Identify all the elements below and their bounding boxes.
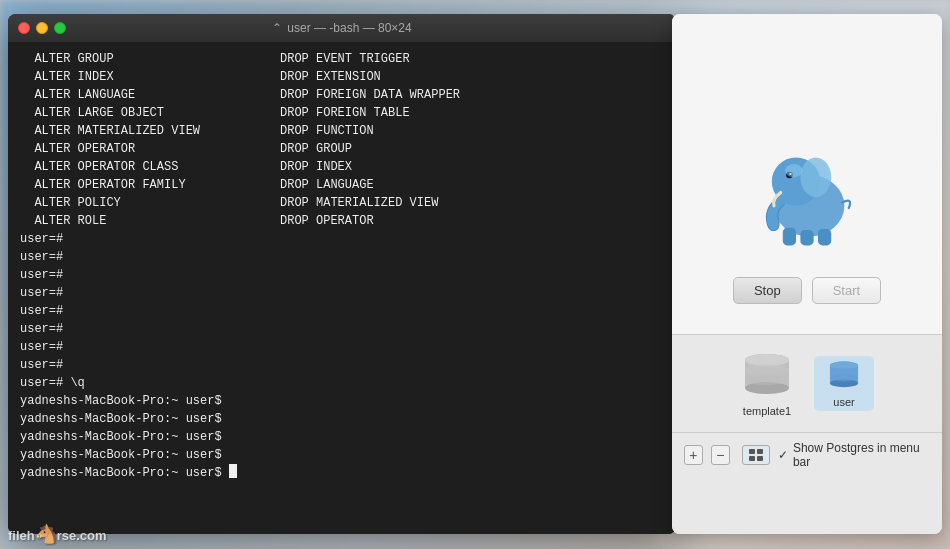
svg-rect-22 <box>757 449 763 454</box>
db-icons-row: template1 user <box>672 335 942 432</box>
postgres-panel: Stop Start template1 <box>672 14 942 534</box>
terminal-bash-line: yadneshs-MacBook-Pro:~ user$ <box>20 410 664 428</box>
terminal-active-line[interactable]: yadneshs-MacBook-Pro:~ user$ <box>20 464 664 482</box>
terminal-titlebar: ⌃ user — -bash — 80×24 <box>8 14 676 42</box>
show-postgres-label: Show Postgres in menu bar <box>793 441 930 469</box>
terminal-line: ALTER ROLE DROP OPERATOR <box>20 212 664 230</box>
panel-toolbar: + − ✓ Show Postgres in menu bar <box>672 432 942 477</box>
svg-point-14 <box>745 373 789 385</box>
remove-db-button[interactable]: − <box>711 445 730 465</box>
terminal-cursor <box>229 464 237 478</box>
svg-rect-6 <box>800 230 813 245</box>
terminal-prompt-line: user=# <box>20 266 664 284</box>
maximize-button[interactable] <box>54 22 66 34</box>
terminal-line: ALTER OPERATOR DROP GROUP <box>20 140 664 158</box>
close-button[interactable] <box>18 22 30 34</box>
terminal-prompt-line: user=# <box>20 356 664 374</box>
terminal-line: ALTER LANGUAGE DROP FOREIGN DATA WRAPPER <box>20 86 664 104</box>
traffic-lights <box>18 22 66 34</box>
terminal-line: ALTER INDEX DROP EXTENSION <box>20 68 664 86</box>
panel-top: Stop Start <box>672 14 942 334</box>
terminal-line: ALTER MATERIALIZED VIEW DROP FUNCTION <box>20 122 664 140</box>
terminal-prompt-line: user=# <box>20 248 664 266</box>
panel-buttons: Stop Start <box>733 277 881 304</box>
svg-point-8 <box>785 164 803 177</box>
terminal-line: ALTER GROUP DROP EVENT TRIGGER <box>20 50 664 68</box>
terminal-prompt-line: user=# <box>20 320 664 338</box>
terminal-prompt-line: user=# <box>20 284 664 302</box>
terminal-content[interactable]: ALTER GROUP DROP EVENT TRIGGER ALTER IND… <box>8 42 676 534</box>
template1-label: template1 <box>743 405 791 417</box>
db-user-item[interactable]: user <box>814 356 874 411</box>
db-template1-item[interactable]: template1 <box>740 350 794 417</box>
view-toggle-button[interactable] <box>742 445 770 465</box>
panel-bottom: template1 user + − <box>672 334 942 534</box>
svg-rect-7 <box>818 229 831 246</box>
svg-rect-23 <box>749 456 755 461</box>
terminal-line: ALTER OPERATOR CLASS DROP INDEX <box>20 158 664 176</box>
terminal-window: ⌃ user — -bash — 80×24 ALTER GROUP DROP … <box>8 14 676 534</box>
start-button[interactable]: Start <box>812 277 881 304</box>
terminal-prompt-line: user=# <box>20 230 664 248</box>
terminal-bash-line: yadneshs-MacBook-Pro:~ user$ <box>20 446 664 464</box>
terminal-bash-line: yadneshs-MacBook-Pro:~ user$ <box>20 392 664 410</box>
elephant-icon <box>752 142 862 252</box>
terminal-prompt-line: user=# <box>20 338 664 356</box>
elephant-container <box>747 137 867 257</box>
user-db-label: user <box>833 396 854 408</box>
terminal-line: ALTER POLICY DROP MATERIALIZED VIEW <box>20 194 664 212</box>
terminal-line: ALTER OPERATOR FAMILY DROP LANGUAGE <box>20 176 664 194</box>
svg-rect-5 <box>783 228 796 246</box>
watermark-text: fileh🐴rse.com <box>8 523 107 545</box>
filehorse-watermark: fileh🐴rse.com <box>8 523 107 545</box>
show-postgres-checkbox-row[interactable]: ✓ Show Postgres in menu bar <box>778 441 930 469</box>
svg-point-2 <box>800 157 831 197</box>
svg-rect-24 <box>757 456 763 461</box>
terminal-bash-line: yadneshs-MacBook-Pro:~ user$ <box>20 428 664 446</box>
terminal-line: ALTER LARGE OBJECT DROP FOREIGN TABLE <box>20 104 664 122</box>
stop-button[interactable]: Stop <box>733 277 802 304</box>
db-user-icon <box>817 359 871 391</box>
checkmark-icon: ✓ <box>778 448 788 462</box>
db-template1-icon <box>740 350 794 400</box>
up-arrow-icon: ⌃ <box>272 21 282 35</box>
terminal-prompt-line: user=# <box>20 302 664 320</box>
add-db-button[interactable]: + <box>684 445 703 465</box>
terminal-title: ⌃ user — -bash — 80×24 <box>272 21 411 35</box>
grid-icon <box>748 448 764 462</box>
svg-rect-21 <box>749 449 755 454</box>
svg-point-20 <box>830 374 858 382</box>
minimize-button[interactable] <box>36 22 48 34</box>
terminal-quit-line: user=# \q <box>20 374 664 392</box>
